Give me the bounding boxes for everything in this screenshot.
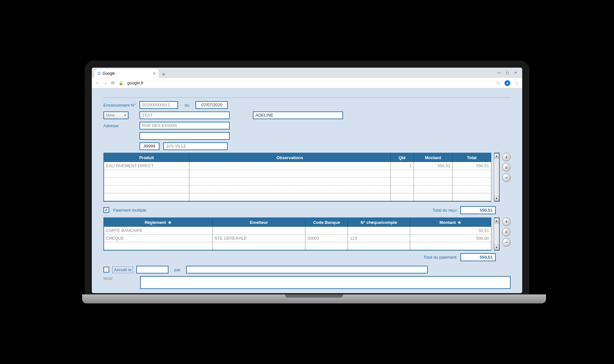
motif-field[interactable] <box>140 276 511 289</box>
payments-table-wrap: Règlement ★ Emetteur Code Banque N° chèq… <box>103 217 511 251</box>
table-row[interactable]: CARTE BANCAIRE 50,51 <box>104 227 491 235</box>
remove-payment-button[interactable]: − <box>502 238 511 246</box>
total-paiement-field: 550,51 <box>460 253 496 261</box>
encaissement-number-field[interactable]: 202000000011 <box>139 101 178 109</box>
col-observations[interactable]: Observations <box>189 153 390 162</box>
paiement-multiple-label: Paiement multiple <box>113 208 146 213</box>
paiement-multiple-checkbox[interactable]: ✓ <box>103 207 109 213</box>
add-product-button[interactable]: + <box>502 153 511 161</box>
close-tab-icon[interactable]: × <box>153 71 156 76</box>
scroll-down-icon[interactable]: ▼ <box>494 196 499 201</box>
date-field[interactable]: 07/07/2020 <box>196 101 228 109</box>
total-recu-field: 550,51 <box>460 206 496 214</box>
du-label: du <box>182 103 192 108</box>
motif-label: Motif <box>103 276 136 281</box>
required-star-icon: ★ <box>168 220 172 225</box>
tab-title: Google <box>102 71 115 76</box>
add-payment-button[interactable]: + <box>502 217 511 226</box>
table-row[interactable] <box>104 193 491 201</box>
browser-tab-bar: G Google × + — ◻ × <box>92 68 522 78</box>
forward-icon[interactable]: → <box>103 81 107 85</box>
reload-icon[interactable]: ⟳ <box>111 81 115 85</box>
products-table: Produit Observations Qté Montant Total E… <box>104 153 491 201</box>
scroll-up-icon[interactable]: ▲ <box>494 218 499 223</box>
col-montant[interactable]: Montant <box>414 153 452 162</box>
app-content: Encaissement N° 202000000011 du 07/07/20… <box>92 88 522 293</box>
profile-avatar-icon[interactable]: ● <box>504 80 510 86</box>
payments-table: Règlement ★ Emetteur Code Banque N° chèq… <box>104 218 491 250</box>
col-produit[interactable]: Produit <box>104 153 189 162</box>
close-window-icon[interactable]: × <box>514 71 518 75</box>
kebab-menu-icon[interactable]: ⋮ <box>515 81 519 85</box>
col-montant-pay[interactable]: Montant ★ <box>410 218 491 227</box>
total-recu-label: Total du reçu <box>433 208 456 213</box>
table-row[interactable]: EAU PAIEMENT DIRECT 1 550,51 550,51 <box>104 162 491 170</box>
edit-product-button[interactable]: ≡ <box>502 163 511 171</box>
encaissement-label: Encaissement N° <box>103 103 136 108</box>
edit-payment-button[interactable]: ≡ <box>502 228 511 236</box>
laptop-hinge <box>82 294 546 303</box>
par-label: par <box>172 267 183 272</box>
annule-label: Annulé le <box>112 266 133 273</box>
products-scrollbar[interactable]: ▲ ▼ <box>494 153 500 202</box>
screen: G Google × + — ◻ × ← → ⟳ 🔒 google.fr ☆ ●… <box>92 68 522 293</box>
col-total[interactable]: Total <box>452 153 491 162</box>
table-row[interactable] <box>104 177 491 185</box>
title-select[interactable]: Mme <box>103 111 129 119</box>
table-row[interactable]: CHEQUE STE GENERALE 30003 123 500,00 <box>104 235 491 242</box>
table-row[interactable] <box>104 185 491 193</box>
col-emetteur[interactable]: Emetteur <box>212 218 305 227</box>
city-field[interactable]: JVS-VILLE <box>163 142 228 150</box>
col-cheque[interactable]: N° chèque/compte <box>348 218 410 227</box>
scroll-down-icon[interactable]: ▼ <box>494 245 499 250</box>
url-text[interactable]: google.fr <box>127 81 144 85</box>
required-star-icon: ★ <box>457 220 461 225</box>
col-qte[interactable]: Qté <box>390 153 414 162</box>
new-tab-button[interactable]: + <box>159 71 169 78</box>
col-reglement[interactable]: Règlement ★ <box>104 218 212 227</box>
firstname-field[interactable]: ADELINE <box>253 111 343 119</box>
browser-tab[interactable]: G Google × <box>94 69 159 78</box>
annule-checkbox[interactable] <box>103 267 109 273</box>
annule-par-field[interactable] <box>186 266 428 273</box>
annule-date-field[interactable] <box>136 266 168 273</box>
col-code-banque[interactable]: Code Banque <box>305 218 348 227</box>
payments-scrollbar[interactable]: ▲ ▼ <box>494 217 500 251</box>
bookmark-icon[interactable]: ☆ <box>496 81 500 85</box>
google-favicon-icon: G <box>98 71 101 76</box>
address-line1-field[interactable]: RUE DES ESSAIS <box>139 122 230 129</box>
lastname-field[interactable]: TEST <box>139 111 230 119</box>
products-table-wrap: Produit Observations Qté Montant Total E… <box>103 153 511 202</box>
scroll-up-icon[interactable]: ▲ <box>494 153 499 158</box>
minimize-icon[interactable]: — <box>497 71 501 75</box>
zip-field[interactable]: 99999 <box>139 142 159 150</box>
remove-product-button[interactable]: − <box>502 173 511 182</box>
address-line2-field[interactable] <box>139 132 230 140</box>
table-row[interactable] <box>104 242 491 250</box>
adresse-label: Adresse <box>103 123 136 128</box>
laptop-frame: G Google × + — ◻ × ← → ⟳ 🔒 google.fr ☆ ●… <box>85 61 529 303</box>
lock-icon: 🔒 <box>119 81 123 85</box>
browser-address-bar: ← → ⟳ 🔒 google.fr ☆ ● ⋮ <box>92 78 522 88</box>
maximize-icon[interactable]: ◻ <box>505 71 509 75</box>
window-controls: — ◻ × <box>493 68 522 78</box>
back-icon[interactable]: ← <box>95 81 99 85</box>
total-paiement-label: Total du paiement <box>423 255 456 260</box>
table-row[interactable] <box>104 170 491 177</box>
